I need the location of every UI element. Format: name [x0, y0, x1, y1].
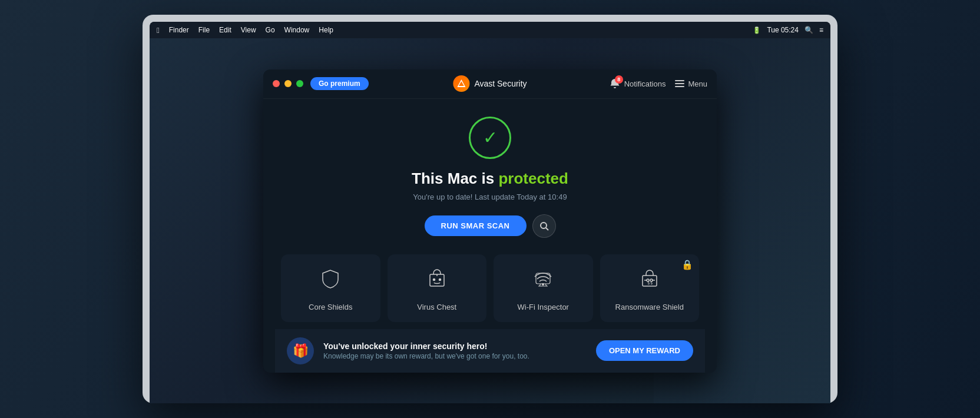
view-menu[interactable]: View: [241, 26, 256, 34]
check-icon: ✓: [483, 127, 498, 148]
maximize-button[interactable]: [296, 80, 303, 87]
reward-subtitle: Knowledge may be its own reward, but we'…: [323, 352, 587, 360]
virus-chest-card[interactable]: Virus Chest: [388, 254, 487, 322]
control-center-icon[interactable]: ≡: [819, 26, 823, 34]
svg-text:$: $: [647, 281, 650, 286]
svg-point-7: [439, 278, 441, 280]
reward-banner: 🎁 You've unlocked your inner security he…: [275, 329, 705, 373]
window-menu[interactable]: Window: [284, 26, 310, 34]
wifi-inspector-icon: [532, 268, 554, 294]
menubar-left:  Finder File Edit View Go Window Help: [157, 26, 333, 35]
notification-badge: 8: [615, 75, 623, 84]
window-actions: 8 Notifications Menu: [609, 78, 707, 89]
status-subtitle: You're up to date! Last update Today at …: [413, 193, 567, 201]
mac-frame:  Finder File Edit View Go Window Help 🔋…: [143, 15, 837, 403]
battery-icon: 🔋: [753, 26, 761, 34]
close-button[interactable]: [273, 80, 280, 87]
minimize-button[interactable]: [284, 80, 292, 87]
window-titlebar: Go premium Avast Security: [263, 69, 717, 99]
reward-icon: 🎁: [287, 337, 314, 364]
help-menu[interactable]: Help: [319, 26, 333, 34]
core-shields-card[interactable]: Core Shields: [281, 254, 380, 322]
edit-menu[interactable]: Edit: [219, 26, 231, 34]
menubar:  Finder File Edit View Go Window Help 🔋…: [150, 22, 830, 38]
ransomware-icon: $ $: [639, 268, 660, 294]
desktop: Go premium Avast Security: [150, 38, 830, 403]
status-circle: ✓: [469, 117, 511, 159]
virus-chest-icon: [426, 268, 448, 294]
finder-menu[interactable]: Finder: [169, 26, 189, 34]
wifi-inspector-label: Wi-Fi Inspector: [518, 303, 569, 311]
window-content: ✓ This Mac is protected You're up to dat…: [263, 99, 717, 373]
notifications-button[interactable]: 8 Notifications: [609, 78, 666, 89]
menu-label: Menu: [688, 79, 707, 88]
svg-point-3: [541, 223, 547, 228]
avast-logo: [453, 75, 469, 92]
svg-rect-0: [675, 80, 684, 81]
scan-buttons: RUN SMAR SCAN: [425, 214, 556, 238]
svg-rect-2: [675, 86, 684, 87]
shield-cards: Core Shields: [275, 254, 705, 322]
file-menu[interactable]: File: [198, 26, 210, 34]
ransomware-shield-label: Ransomware Shield: [615, 303, 684, 311]
traffic-lights: [273, 80, 303, 87]
bell-icon: 8: [609, 78, 621, 89]
lock-badge: 🔒: [681, 259, 693, 270]
run-scan-button[interactable]: RUN SMAR SCAN: [425, 215, 527, 236]
svg-line-4: [546, 228, 548, 230]
core-shields-label: Core Shields: [309, 303, 352, 311]
ransomware-shield-card[interactable]: 🔒 $ $: [600, 254, 700, 322]
virus-chest-label: Virus Chest: [417, 303, 456, 311]
menu-button[interactable]: Menu: [675, 79, 707, 88]
clock: Tue 05:24: [767, 26, 799, 34]
app-title: Avast Security: [474, 79, 527, 88]
search-icon[interactable]: 🔍: [804, 26, 813, 34]
status-title-static: This Mac is: [412, 170, 498, 187]
mac-screen:  Finder File Edit View Go Window Help 🔋…: [150, 22, 830, 403]
menubar-right: 🔋 Tue 05:24 🔍 ≡: [753, 26, 823, 34]
status-title-dynamic: protected: [498, 170, 568, 187]
status-title: This Mac is protected: [412, 170, 568, 188]
apple-icon: : [157, 26, 160, 35]
window-title-center: Avast Security: [453, 75, 527, 92]
reward-text: You've unlocked your inner security hero…: [323, 341, 587, 360]
wifi-inspector-card[interactable]: Wi-Fi Inspector: [494, 254, 593, 322]
svg-text:$: $: [650, 281, 653, 286]
premium-button[interactable]: Go premium: [310, 77, 369, 90]
notifications-label: Notifications: [624, 79, 666, 88]
svg-rect-1: [675, 83, 684, 84]
svg-point-6: [433, 278, 435, 280]
avast-window: Go premium Avast Security: [263, 69, 717, 373]
go-menu[interactable]: Go: [266, 26, 275, 34]
reward-title: You've unlocked your inner security hero…: [323, 341, 587, 351]
open-reward-button[interactable]: OPEN MY REWARD: [596, 340, 693, 361]
scan-search-button[interactable]: [532, 214, 556, 238]
shield-icon: [320, 268, 341, 294]
